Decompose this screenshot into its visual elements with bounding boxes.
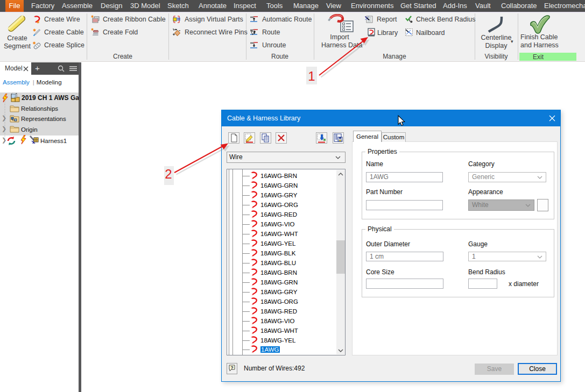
svg-text:1: 1 (308, 69, 315, 83)
svg-text:2: 2 (165, 167, 172, 181)
svg-text:?: ? (230, 365, 234, 370)
